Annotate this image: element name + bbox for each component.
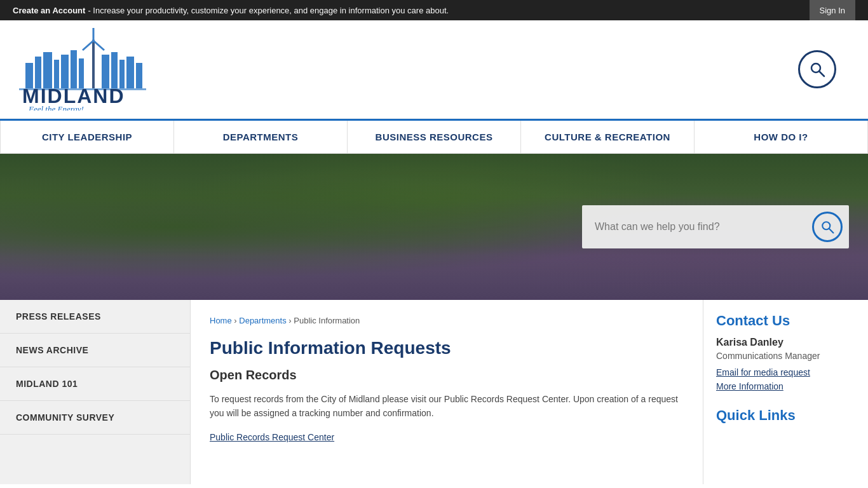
top-bar-left: Create an Account - Increase your produc…: [13, 6, 449, 15]
svg-rect-14: [111, 52, 118, 88]
hero-search-input[interactable]: [588, 216, 812, 238]
body-text: To request records from the City of Midl…: [210, 392, 684, 421]
svg-text:Feel the Energy!: Feel the Energy!: [28, 104, 84, 111]
breadcrumb: Home › Departments › Public Information: [210, 316, 684, 325]
header-search-icon: [808, 60, 826, 78]
contact-us-heading: Contact Us: [716, 313, 855, 329]
svg-rect-16: [126, 57, 134, 88]
breadcrumb-current: Public Information: [294, 316, 360, 325]
header-search-button[interactable]: [798, 50, 836, 88]
hero-search-icon: [820, 219, 835, 234]
svg-rect-5: [61, 55, 69, 88]
sign-in-button[interactable]: Sign In: [810, 0, 855, 20]
quick-links-heading: Quick Links: [716, 407, 855, 424]
more-information-link[interactable]: More Information: [716, 381, 855, 391]
sidebar-item-press-releases[interactable]: PRESS RELEASES: [0, 300, 190, 334]
page-title: Public Information Requests: [210, 338, 684, 358]
svg-rect-2: [35, 57, 41, 88]
email-media-request-link[interactable]: Email for media request: [716, 367, 855, 377]
public-records-link[interactable]: Public Records Request Center: [210, 432, 334, 442]
main-nav: CITY LEADERSHIP DEPARTMENTS BUSINESS RES…: [0, 119, 868, 154]
svg-rect-17: [136, 63, 142, 88]
svg-line-22: [820, 72, 825, 77]
breadcrumb-departments[interactable]: Departments: [239, 316, 286, 325]
section-heading: Open Records: [210, 368, 684, 383]
svg-rect-3: [43, 52, 52, 88]
nav-item-departments[interactable]: DEPARTMENTS: [174, 121, 348, 153]
svg-rect-13: [102, 55, 109, 88]
nav-item-business-resources[interactable]: BUSINESS RESOURCES: [348, 121, 521, 153]
top-bar: Create an Account - Increase your produc…: [0, 0, 868, 20]
hero-banner: [0, 154, 868, 300]
svg-rect-6: [71, 50, 77, 88]
logo-svg: MIDLAND Feel the Energy!: [19, 28, 146, 111]
main-content: Home › Departments › Public Information …: [191, 300, 703, 484]
create-account-link[interactable]: Create an Account: [13, 6, 85, 15]
contact-name: Karisa Danley: [716, 337, 855, 348]
contact-title: Communications Manager: [716, 351, 855, 361]
nav-item-city-leadership[interactable]: CITY LEADERSHIP: [0, 121, 174, 153]
svg-rect-8: [92, 41, 95, 88]
sidebar-item-midland-101[interactable]: MIDLAND 101: [0, 367, 190, 401]
logo-area: MIDLAND Feel the Energy!: [19, 28, 146, 111]
nav-item-culture-recreation[interactable]: CULTURE & RECREATION: [521, 121, 695, 153]
sidebar-item-community-survey[interactable]: COMMUNITY SURVEY: [0, 401, 190, 435]
svg-rect-7: [79, 58, 84, 88]
logo[interactable]: MIDLAND Feel the Energy!: [19, 28, 146, 111]
top-bar-tagline: - Increase your productivity, customize …: [88, 6, 449, 15]
site-header: MIDLAND Feel the Energy!: [0, 20, 868, 119]
hero-search-button[interactable]: [812, 212, 843, 242]
right-sidebar: Contact Us Karisa Danley Communications …: [703, 300, 868, 484]
nav-item-how-do-i[interactable]: HOW DO I?: [695, 121, 868, 153]
svg-line-24: [829, 229, 833, 233]
breadcrumb-home[interactable]: Home: [210, 316, 232, 325]
hero-search-bar: [582, 205, 849, 248]
sidebar-item-news-archive[interactable]: NEWS ARCHIVE: [0, 334, 190, 367]
left-sidebar: PRESS RELEASES NEWS ARCHIVE MIDLAND 101 …: [0, 300, 191, 484]
content-wrapper: PRESS RELEASES NEWS ARCHIVE MIDLAND 101 …: [0, 300, 868, 484]
